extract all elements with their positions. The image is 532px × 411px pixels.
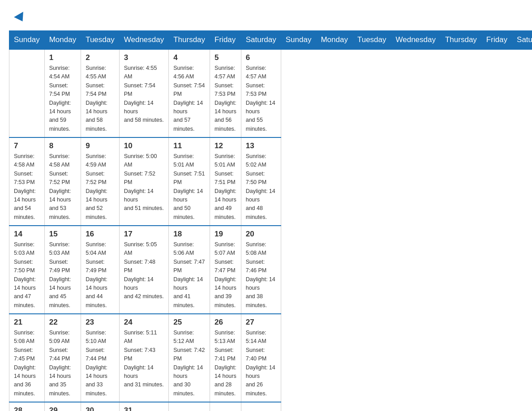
day-number: 3 [124,53,164,62]
day-info: Sunrise: 5:01 AMSunset: 7:51 PMDaylight:… [215,152,236,222]
day-number: 23 [86,318,115,327]
calendar-cell: 28Sunrise: 5:15 AMSunset: 7:39 PMDayligh… [9,402,45,411]
column-header-saturday: Saturday [241,31,281,50]
day-info: Sunrise: 4:56 AMSunset: 7:54 PMDaylight:… [173,64,205,133]
column-header-sunday: Sunday [9,31,45,50]
calendar-cell: 6Sunrise: 4:57 AMSunset: 7:53 PMDaylight… [241,49,281,137]
day-number: 30 [86,406,115,411]
calendar-week-row: 21Sunrise: 5:08 AMSunset: 7:45 PMDayligh… [9,314,532,402]
calendar-cell: 21Sunrise: 5:08 AMSunset: 7:45 PMDayligh… [9,314,45,402]
day-number: 16 [86,230,115,239]
calendar-cell: 16Sunrise: 5:04 AMSunset: 7:49 PMDayligh… [81,226,120,314]
calendar-cell: 4Sunrise: 4:56 AMSunset: 7:54 PMDaylight… [169,49,210,137]
calendar-cell: 11Sunrise: 5:01 AMSunset: 7:51 PMDayligh… [169,137,210,226]
day-number: 26 [215,318,236,327]
day-info: Sunrise: 5:06 AMSunset: 7:47 PMDaylight:… [173,240,205,310]
day-number: 15 [49,230,76,239]
day-info: Sunrise: 5:11 AMSunset: 7:43 PMDaylight:… [124,329,164,390]
column-header-monday: Monday [44,31,81,50]
day-info: Sunrise: 4:57 AMSunset: 7:53 PMDaylight:… [246,64,276,133]
day-info: Sunrise: 5:08 AMSunset: 7:45 PMDaylight:… [14,329,40,398]
logo [14,11,27,25]
day-info: Sunrise: 4:58 AMSunset: 7:52 PMDaylight:… [49,152,76,222]
day-info: Sunrise: 5:01 AMSunset: 7:51 PMDaylight:… [173,152,205,222]
calendar-week-row: 28Sunrise: 5:15 AMSunset: 7:39 PMDayligh… [9,402,532,411]
day-info: Sunrise: 4:55 AMSunset: 7:54 PMDaylight:… [86,64,115,133]
calendar-cell: 19Sunrise: 5:07 AMSunset: 7:47 PMDayligh… [210,226,241,314]
calendar-cell: 23Sunrise: 5:10 AMSunset: 7:44 PMDayligh… [81,314,120,402]
calendar-cell [241,402,281,411]
day-info: Sunrise: 5:12 AMSunset: 7:42 PMDaylight:… [173,329,205,398]
day-number: 29 [49,406,76,411]
column-header-wednesday: Wednesday [391,31,440,50]
day-number: 11 [173,141,205,150]
day-info: Sunrise: 4:54 AMSunset: 7:54 PMDaylight:… [49,64,76,133]
calendar-cell: 14Sunrise: 5:03 AMSunset: 7:50 PMDayligh… [9,226,45,314]
calendar-cell: 27Sunrise: 5:14 AMSunset: 7:40 PMDayligh… [241,314,281,402]
calendar-week-row: 7Sunrise: 4:58 AMSunset: 7:53 PMDaylight… [9,137,532,226]
day-number: 14 [14,230,40,239]
column-header-wednesday: Wednesday [119,31,168,50]
day-number: 10 [124,141,164,150]
day-info: Sunrise: 5:03 AMSunset: 7:50 PMDaylight:… [14,240,40,310]
calendar-week-row: 1Sunrise: 4:54 AMSunset: 7:54 PMDaylight… [9,49,532,137]
day-info: Sunrise: 5:13 AMSunset: 7:41 PMDaylight:… [215,329,236,398]
day-info: Sunrise: 5:09 AMSunset: 7:44 PMDaylight:… [49,329,76,398]
day-number: 20 [246,230,276,239]
calendar-cell: 9Sunrise: 4:59 AMSunset: 7:52 PMDaylight… [81,137,120,226]
calendar-cell: 25Sunrise: 5:12 AMSunset: 7:42 PMDayligh… [169,314,210,402]
calendar-cell: 31Sunrise: 5:17 AMSunset: 7:36 PMDayligh… [119,402,168,411]
logo-arrow-icon [14,12,27,24]
calendar-header-row: SundayMondayTuesdayWednesdayThursdayFrid… [9,31,532,50]
day-number: 7 [14,141,40,150]
calendar-cell: 17Sunrise: 5:05 AMSunset: 7:48 PMDayligh… [119,226,168,314]
calendar-week-row: 14Sunrise: 5:03 AMSunset: 7:50 PMDayligh… [9,226,532,314]
column-header-friday: Friday [481,31,512,50]
calendar-cell: 20Sunrise: 5:08 AMSunset: 7:46 PMDayligh… [241,226,281,314]
day-number: 6 [246,53,276,62]
day-number: 1 [49,53,76,62]
calendar-cell: 24Sunrise: 5:11 AMSunset: 7:43 PMDayligh… [119,314,168,402]
day-number: 13 [246,141,276,150]
day-number: 8 [49,141,76,150]
day-info: Sunrise: 5:04 AMSunset: 7:49 PMDaylight:… [86,240,115,310]
day-number: 18 [173,230,205,239]
day-info: Sunrise: 5:10 AMSunset: 7:44 PMDaylight:… [86,329,115,398]
day-number: 12 [215,141,236,150]
calendar-cell: 15Sunrise: 5:03 AMSunset: 7:49 PMDayligh… [44,226,81,314]
calendar-cell: 1Sunrise: 4:54 AMSunset: 7:54 PMDaylight… [44,49,81,137]
column-header-sunday: Sunday [281,31,316,50]
column-header-thursday: Thursday [169,31,210,50]
calendar-cell [210,402,241,411]
day-number: 24 [124,318,164,327]
calendar-cell: 2Sunrise: 4:55 AMSunset: 7:54 PMDaylight… [81,49,120,137]
day-info: Sunrise: 4:55 AMSunset: 7:54 PMDaylight:… [124,64,164,125]
day-info: Sunrise: 5:02 AMSunset: 7:50 PMDaylight:… [246,152,276,222]
calendar-cell: 10Sunrise: 5:00 AMSunset: 7:52 PMDayligh… [119,137,168,226]
calendar-cell: 5Sunrise: 4:57 AMSunset: 7:53 PMDaylight… [210,49,241,137]
day-number: 22 [49,318,76,327]
day-number: 2 [86,53,115,62]
day-info: Sunrise: 4:57 AMSunset: 7:53 PMDaylight:… [215,64,236,133]
calendar-cell: 3Sunrise: 4:55 AMSunset: 7:54 PMDaylight… [119,49,168,137]
day-info: Sunrise: 4:59 AMSunset: 7:52 PMDaylight:… [86,152,115,222]
day-number: 19 [215,230,236,239]
calendar-cell [169,402,210,411]
column-header-saturday: Saturday [512,31,532,50]
day-number: 9 [86,141,115,150]
calendar-table: SundayMondayTuesdayWednesdayThursdayFrid… [9,30,532,411]
calendar-cell: 29Sunrise: 5:15 AMSunset: 7:38 PMDayligh… [44,402,81,411]
calendar-cell: 26Sunrise: 5:13 AMSunset: 7:41 PMDayligh… [210,314,241,402]
calendar-cell: 12Sunrise: 5:01 AMSunset: 7:51 PMDayligh… [210,137,241,226]
column-header-monday: Monday [316,31,352,50]
day-number: 5 [215,53,236,62]
column-header-tuesday: Tuesday [81,31,120,50]
day-number: 31 [124,406,164,411]
day-number: 27 [246,318,276,327]
day-number: 17 [124,230,164,239]
day-info: Sunrise: 5:08 AMSunset: 7:46 PMDaylight:… [246,240,276,310]
day-info: Sunrise: 5:05 AMSunset: 7:48 PMDaylight:… [124,240,164,301]
calendar-cell: 18Sunrise: 5:06 AMSunset: 7:47 PMDayligh… [169,226,210,314]
day-info: Sunrise: 4:58 AMSunset: 7:53 PMDaylight:… [14,152,40,222]
day-number: 28 [14,406,40,411]
